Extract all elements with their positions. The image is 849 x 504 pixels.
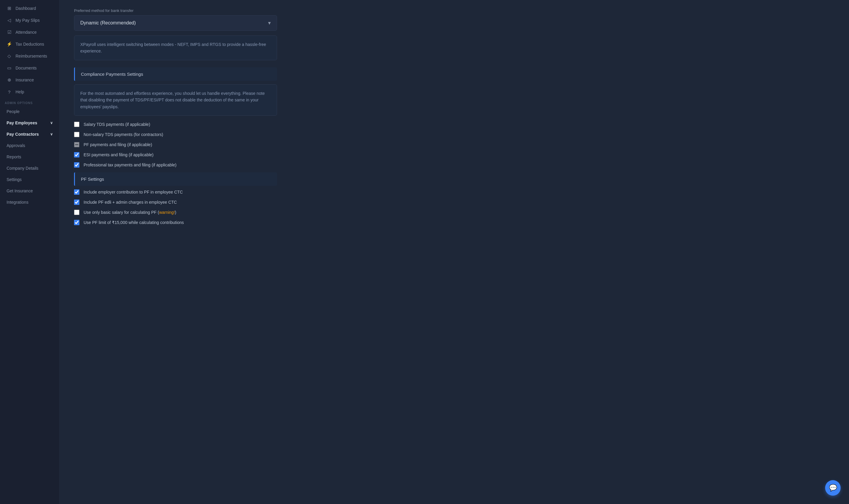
salary-tds-checkbox[interactable] <box>74 122 80 127</box>
bank-transfer-value: Dynamic (Recommended) <box>80 20 136 26</box>
sidebar-item-reports[interactable]: Reports <box>2 151 58 162</box>
esi-payments-checkbox[interactable] <box>74 152 80 158</box>
compliance-description-text: For the most automated and effortless ex… <box>80 91 265 109</box>
non-salary-tds-checkbox[interactable] <box>74 132 80 137</box>
sidebar-label-help: Help <box>16 89 24 94</box>
basic-salary-text: Use only basic salary for calculating PF… <box>84 210 159 215</box>
checkbox-employer-contribution[interactable]: Include employer contribution to PF in e… <box>74 190 277 195</box>
sidebar-label-documents: Documents <box>16 66 37 70</box>
pf-section-header: PF Settings <box>74 173 277 186</box>
reimbursements-icon: ◇ <box>6 53 12 59</box>
admin-options-label: ADMIN OPTIONS <box>0 98 59 106</box>
pf-edli-checkbox[interactable] <box>74 199 80 205</box>
sidebar: ⊞ Dashboard ◁ My Pay Slips ☑ Attendance … <box>0 0 60 504</box>
pf-payments-label: PF payments and filing (if applicable) <box>84 142 277 147</box>
compliance-section-header: Compliance Payments Settings <box>74 67 277 81</box>
checkbox-pf-limit[interactable]: Use PF limit of ₹15,000 while calculatin… <box>74 220 277 225</box>
bank-transfer-label: Preferred method for bank transfer <box>74 8 835 13</box>
bank-info-text: XPayroll uses intelligent switching betw… <box>80 42 266 53</box>
sidebar-item-insurance[interactable]: ⊕ Insurance <box>2 74 58 86</box>
sidebar-label-pay-employees: Pay Employees <box>6 121 37 125</box>
non-salary-tds-label: Non-salary TDS payments (for contractors… <box>84 132 277 137</box>
sidebar-item-people[interactable]: People <box>2 106 58 117</box>
sidebar-label-reports: Reports <box>6 155 21 159</box>
employer-contribution-label: Include employer contribution to PF in e… <box>84 190 277 195</box>
employer-contribution-checkbox[interactable] <box>74 190 80 195</box>
compliance-description: For the most automated and effortless ex… <box>74 85 277 116</box>
sidebar-label-tax: Tax Deductions <box>16 42 44 47</box>
professional-tax-checkbox[interactable] <box>74 162 80 167</box>
sidebar-item-settings[interactable]: Settings <box>2 174 58 185</box>
sidebar-label-people: People <box>6 109 20 114</box>
sidebar-item-documents[interactable]: ▭ Documents <box>2 62 58 74</box>
sidebar-item-pay-employees[interactable]: Pay Employees ∨ <box>2 118 58 128</box>
sidebar-item-attendance[interactable]: ☑ Attendance <box>2 26 58 38</box>
pf-limit-label: Use PF limit of ₹15,000 while calculatin… <box>84 220 277 225</box>
sidebar-label-get-insurance: Get Insurance <box>6 188 33 193</box>
checkbox-pf-payments[interactable]: PF payments and filing (if applicable) <box>74 142 277 147</box>
pf-limit-checkbox[interactable] <box>74 220 80 225</box>
sidebar-label-settings: Settings <box>6 177 22 182</box>
sidebar-item-pay-contractors[interactable]: Pay Contractors ∨ <box>2 129 58 140</box>
sidebar-label-pay-slips: My Pay Slips <box>16 18 40 23</box>
pf-edli-label: Include PF edli + admin charges in emplo… <box>84 200 277 204</box>
checkbox-esi-payments[interactable]: ESI payments and filing (if applicable) <box>74 152 277 158</box>
documents-icon: ▭ <box>6 65 12 71</box>
checkbox-non-salary-tds[interactable]: Non-salary TDS payments (for contractors… <box>74 132 277 137</box>
pf-payments-checkbox[interactable] <box>74 142 80 147</box>
checkbox-basic-salary[interactable]: Use only basic salary for calculating PF… <box>74 210 277 215</box>
main-content: Preferred method for bank transfer Dynam… <box>60 0 849 504</box>
pay-slips-icon: ◁ <box>6 18 12 23</box>
chevron-down-icon: ∨ <box>50 121 53 125</box>
checkbox-pf-edli[interactable]: Include PF edli + admin charges in emplo… <box>74 199 277 205</box>
sidebar-item-dashboard[interactable]: ⊞ Dashboard <box>2 3 58 14</box>
sidebar-label-dashboard: Dashboard <box>16 6 36 11</box>
warning-label: warning! <box>159 210 175 215</box>
sidebar-item-company-details[interactable]: Company Details <box>2 163 58 174</box>
sidebar-label-attendance: Attendance <box>16 30 37 35</box>
checkbox-professional-tax[interactable]: Professional tax payments and filing (if… <box>74 162 277 167</box>
sidebar-item-get-insurance[interactable]: Get Insurance <box>2 185 58 196</box>
insurance-icon: ⊕ <box>6 77 12 83</box>
sidebar-item-tax-deductions[interactable]: ⚡ Tax Deductions <box>2 38 58 50</box>
basic-salary-checkbox[interactable] <box>74 210 80 215</box>
pf-title: PF Settings <box>81 177 104 182</box>
sidebar-item-help[interactable]: ? Help <box>2 86 58 97</box>
sidebar-item-reimbursements[interactable]: ◇ Reimbursements <box>2 50 58 62</box>
chat-icon: 💬 <box>829 484 837 492</box>
sidebar-label-insurance: Insurance <box>16 77 34 82</box>
bank-transfer-info: XPayroll uses intelligent switching betw… <box>74 35 277 60</box>
sidebar-item-integrations[interactable]: Integrations <box>2 197 58 208</box>
sidebar-item-pay-slips[interactable]: ◁ My Pay Slips <box>2 15 58 26</box>
attendance-icon: ☑ <box>6 30 12 35</box>
sidebar-label-reimbursements: Reimbursements <box>16 54 47 58</box>
sidebar-label-integrations: Integrations <box>6 200 28 204</box>
dashboard-icon: ⊞ <box>6 6 12 11</box>
bank-transfer-select-wrapper[interactable]: Dynamic (Recommended) ▾ <box>74 15 835 31</box>
basic-salary-suffix: ) <box>175 210 176 215</box>
bank-transfer-select[interactable]: Dynamic (Recommended) ▾ <box>74 15 277 31</box>
esi-payments-label: ESI payments and filing (if applicable) <box>84 152 277 157</box>
tax-icon: ⚡ <box>6 41 12 47</box>
professional-tax-label: Professional tax payments and filing (if… <box>84 163 277 167</box>
help-icon: ? <box>6 89 12 94</box>
sidebar-item-approvals[interactable]: Approvals <box>2 140 58 151</box>
chevron-down-icon-2: ∨ <box>50 132 53 136</box>
sidebar-label-pay-contractors: Pay Contractors <box>6 132 39 137</box>
compliance-title: Compliance Payments Settings <box>81 72 143 77</box>
select-chevron-icon: ▾ <box>268 20 271 26</box>
checkbox-salary-tds[interactable]: Salary TDS payments (if applicable) <box>74 122 277 127</box>
chat-button[interactable]: 💬 <box>825 480 841 496</box>
salary-tds-label: Salary TDS payments (if applicable) <box>84 122 277 127</box>
sidebar-label-company-details: Company Details <box>6 166 38 170</box>
basic-salary-label: Use only basic salary for calculating PF… <box>84 210 277 215</box>
sidebar-label-approvals: Approvals <box>6 143 25 148</box>
